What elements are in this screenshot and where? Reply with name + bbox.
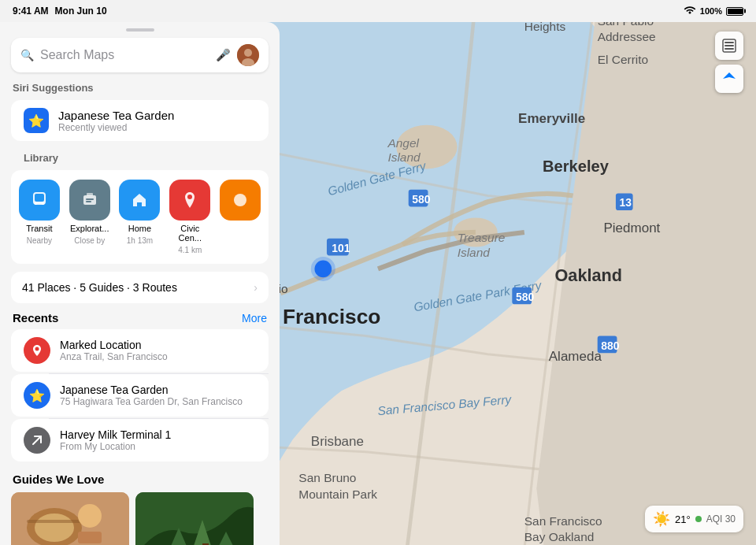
svg-text:Bay Oakland: Bay Oakland bbox=[524, 530, 595, 543]
wifi-icon bbox=[684, 6, 696, 17]
marked-location-icon bbox=[24, 337, 50, 364]
svg-text:El Cerrito: El Cerrito bbox=[598, 53, 648, 66]
svg-text:580: 580 bbox=[412, 193, 430, 206]
aqi-dot bbox=[695, 516, 702, 522]
transit-label: Transit bbox=[26, 224, 52, 233]
home-label: Home bbox=[128, 224, 151, 233]
marked-location-text: Marked Location Anza Trail, San Francisc… bbox=[60, 339, 168, 362]
search-bar[interactable]: 🔍 Search Maps 🎤 bbox=[11, 38, 269, 72]
explore-sublabel: Close by bbox=[74, 236, 105, 245]
battery-label: 100% bbox=[700, 6, 722, 16]
svg-rect-69 bbox=[724, 48, 734, 50]
recents-list: Marked Location Anza Trail, San Francisc… bbox=[0, 329, 280, 462]
location-button[interactable] bbox=[715, 65, 743, 93]
library-item-explore[interactable]: Explorat... Close by bbox=[68, 180, 112, 254]
suggestion-icon: ⭐ bbox=[24, 108, 49, 133]
svg-rect-79 bbox=[87, 193, 93, 196]
explore-label: Explorat... bbox=[70, 224, 109, 233]
svg-point-88 bbox=[35, 513, 74, 542]
suggestion-text: Japanese Tea Garden Recently viewed bbox=[58, 109, 174, 133]
transit-icon bbox=[19, 180, 60, 221]
svg-rect-77 bbox=[35, 202, 43, 204]
library-item-transit[interactable]: Transit Nearby bbox=[17, 180, 61, 254]
location-arrow-icon bbox=[722, 72, 736, 86]
svg-text:Treasure: Treasure bbox=[458, 231, 506, 244]
avatar[interactable] bbox=[237, 44, 259, 66]
recent-item-harvey[interactable]: Harvey Milk Terminal 1 From My Location bbox=[11, 419, 269, 462]
library-item-home[interactable]: Home 1h 13m bbox=[118, 180, 162, 254]
svg-text:880: 880 bbox=[601, 339, 619, 352]
svg-text:13: 13 bbox=[620, 196, 632, 209]
layers-icon bbox=[721, 38, 737, 54]
siri-suggestions-header: Siri Suggestions bbox=[13, 82, 267, 94]
weather-widget: ☀️ 21° AQI 30 bbox=[645, 506, 743, 532]
svg-point-83 bbox=[187, 195, 192, 199]
guide-image-forest[interactable] bbox=[135, 492, 254, 545]
svg-rect-81 bbox=[86, 201, 91, 202]
suggestion-subtitle: Recently viewed bbox=[58, 122, 174, 133]
places-text: 41 Places · 5 Guides · 3 Routes bbox=[22, 281, 177, 294]
svg-text:San Pablo: San Pablo bbox=[598, 22, 654, 28]
svg-rect-89 bbox=[27, 520, 82, 523]
suggestion-title: Japanese Tea Garden bbox=[58, 109, 174, 122]
svg-point-90 bbox=[78, 504, 102, 528]
status-date: Mon Jun 10 bbox=[55, 6, 107, 17]
svg-point-85 bbox=[35, 347, 39, 351]
guide-image-food[interactable] bbox=[11, 492, 129, 545]
svg-text:580: 580 bbox=[516, 291, 534, 303]
recent-item-tea-garden[interactable]: ⭐ Japanese Tea Garden 75 Hagiwara Tea Ga… bbox=[11, 374, 269, 417]
drag-handle[interactable] bbox=[126, 28, 154, 32]
svg-rect-68 bbox=[724, 45, 734, 46]
svg-text:Angel: Angel bbox=[387, 136, 419, 150]
weather-icon: ☀️ bbox=[653, 510, 670, 528]
harvey-text: Harvey Milk Terminal 1 From My Location bbox=[60, 428, 171, 452]
civic-label: Civic Cen... bbox=[168, 224, 212, 243]
svg-text:Brisbane: Brisbane bbox=[311, 434, 364, 449]
recent-item-marked[interactable]: Marked Location Anza Trail, San Francisc… bbox=[11, 329, 269, 372]
svg-text:San Francisco: San Francisco bbox=[524, 514, 602, 528]
harvey-icon bbox=[24, 427, 50, 454]
svg-text:Piedmont: Piedmont bbox=[603, 221, 660, 235]
marked-location-title: Marked Location bbox=[60, 339, 168, 351]
microphone-icon[interactable]: 🎤 bbox=[216, 48, 231, 62]
svg-point-65 bbox=[318, 264, 328, 273]
svg-rect-74 bbox=[35, 194, 44, 202]
svg-text:Mountain Park: Mountain Park bbox=[298, 488, 377, 501]
harvey-title: Harvey Milk Terminal 1 bbox=[60, 428, 171, 441]
map-layers-button[interactable] bbox=[715, 32, 743, 60]
library-item-orange[interactable] bbox=[218, 180, 262, 254]
tea-garden-subtitle: 75 Hagiwara Tea Garden Dr, San Francisco bbox=[60, 396, 243, 407]
recents-title: Recents bbox=[13, 311, 58, 324]
temperature: 21° bbox=[675, 513, 691, 525]
search-icon: 🔍 bbox=[20, 49, 34, 61]
svg-rect-91 bbox=[78, 532, 102, 543]
harvey-subtitle: From My Location bbox=[60, 441, 171, 452]
more-button[interactable]: More bbox=[242, 312, 267, 324]
status-time: 9:41 AM bbox=[13, 6, 49, 17]
orange-icon bbox=[220, 180, 261, 221]
explore-icon bbox=[69, 180, 110, 221]
marked-location-subtitle: Anza Trail, San Francisco bbox=[60, 351, 168, 362]
svg-point-71 bbox=[244, 49, 252, 57]
library-header: Library bbox=[24, 152, 256, 164]
library-item-civic[interactable]: Civic Cen... 4.1 km bbox=[168, 180, 212, 254]
guides-images bbox=[11, 492, 269, 545]
sidebar: 🔍 Search Maps 🎤 Siri Suggestions ⭐ Japan… bbox=[0, 22, 280, 545]
svg-point-84 bbox=[234, 194, 246, 206]
tea-garden-title: Japanese Tea Garden bbox=[60, 384, 243, 396]
search-input[interactable]: Search Maps bbox=[40, 48, 209, 62]
svg-text:101: 101 bbox=[332, 242, 350, 254]
svg-text:Heights: Heights bbox=[524, 22, 566, 33]
svg-text:Berkeley: Berkeley bbox=[543, 158, 610, 175]
aqi-label: AQI 30 bbox=[706, 513, 736, 525]
guides-header: Guides We Love bbox=[13, 473, 267, 486]
svg-text:Alameda: Alameda bbox=[549, 349, 602, 364]
home-icon bbox=[119, 180, 160, 221]
tea-garden-icon: ⭐ bbox=[24, 382, 50, 409]
siri-suggestion-item[interactable]: ⭐ Japanese Tea Garden Recently viewed bbox=[11, 100, 269, 141]
home-sublabel: 1h 13m bbox=[127, 236, 153, 245]
places-row[interactable]: 41 Places · 5 Guides · 3 Routes › bbox=[11, 272, 269, 303]
svg-rect-80 bbox=[86, 198, 94, 200]
svg-rect-82 bbox=[137, 202, 142, 206]
library-icons-container: Transit Nearby Explorat... Close by bbox=[11, 170, 269, 264]
